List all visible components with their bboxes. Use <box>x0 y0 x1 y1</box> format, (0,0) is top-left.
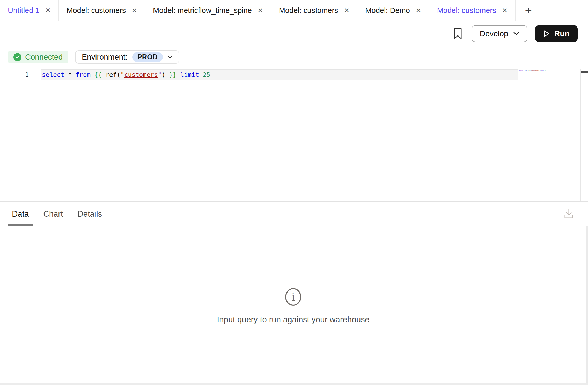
info-icon: i <box>285 288 301 306</box>
close-icon[interactable]: ✕ <box>502 7 508 14</box>
tab-data[interactable]: Data <box>12 202 29 226</box>
close-icon[interactable]: ✕ <box>416 7 421 14</box>
environment-value-badge: PROD <box>132 52 163 62</box>
plus-icon: + <box>525 3 532 17</box>
connected-check-icon <box>13 53 21 61</box>
tab-label: Model: customers <box>437 6 496 15</box>
tab-label: Model: customers <box>279 6 338 15</box>
tab-details[interactable]: Details <box>77 202 102 226</box>
editor-scrollbar-thumb[interactable] <box>581 71 588 73</box>
tab-model-customers-2[interactable]: Model: customers ✕ <box>271 0 358 21</box>
empty-state-message: Input query to run against your warehous… <box>0 315 586 324</box>
editor-scrollbar[interactable] <box>580 69 588 201</box>
chevron-down-icon <box>167 55 173 59</box>
results-scrollbar-track[interactable] <box>586 226 588 383</box>
tab-model-customers-1[interactable]: Model: customers ✕ <box>59 0 145 21</box>
run-button[interactable]: Run <box>535 25 578 42</box>
tab-chart[interactable]: Chart <box>43 202 63 226</box>
download-icon <box>564 208 574 219</box>
tab-details-label: Details <box>77 209 102 219</box>
results-empty-state: i Input query to run against your wareho… <box>0 288 586 324</box>
bookmark-icon <box>454 28 462 39</box>
develop-label: Develop <box>480 29 508 38</box>
results-tab-bar: Data Chart Details <box>0 202 588 226</box>
environment-label: Environment: <box>82 53 128 61</box>
close-icon[interactable]: ✕ <box>131 7 137 14</box>
run-label: Run <box>554 29 569 38</box>
tab-model-metricflow-time-spine[interactable]: Model: metricflow_time_spine ✕ <box>145 0 271 21</box>
editor-tab-bar: Untitled 1 ✕ Model: customers ✕ Model: m… <box>0 0 588 21</box>
environment-dropdown[interactable]: Environment: PROD <box>75 50 179 64</box>
download-results-button[interactable] <box>563 208 575 220</box>
tab-label: Model: customers <box>67 6 126 15</box>
bottom-panel-edge <box>0 383 588 385</box>
play-icon <box>543 30 550 37</box>
connected-badge: Connected <box>8 51 68 63</box>
connection-status-row: Connected Environment: PROD <box>8 50 179 64</box>
tab-model-customers-3[interactable]: Model: customers ✕ <box>429 0 516 21</box>
tab-chart-label: Chart <box>43 209 63 219</box>
new-tab-button[interactable]: + <box>516 0 541 21</box>
close-icon[interactable]: ✕ <box>258 7 263 14</box>
tab-label: Model: Demo <box>365 6 410 15</box>
develop-dropdown-button[interactable]: Develop <box>472 25 527 42</box>
close-icon[interactable]: ✕ <box>344 7 350 14</box>
close-icon[interactable]: ✕ <box>45 7 51 14</box>
chevron-down-icon <box>513 32 519 35</box>
code-editor-active-line[interactable]: select * from {{ ref("customers") }} lim… <box>41 69 518 80</box>
editor-minimap[interactable]: select * from {{ ref("customers") }} lim… <box>519 70 546 71</box>
bookmark-button[interactable] <box>452 26 464 41</box>
line-number: 1 <box>22 69 32 80</box>
connected-label: Connected <box>25 53 63 61</box>
tab-label: Model: metricflow_time_spine <box>153 6 252 15</box>
tab-model-demo[interactable]: Model: Demo ✕ <box>357 0 429 21</box>
tab-untitled-1[interactable]: Untitled 1 ✕ <box>0 0 59 21</box>
tab-data-label: Data <box>12 209 29 219</box>
toolbar: Develop Run <box>0 21 588 46</box>
tab-label: Untitled 1 <box>8 6 40 15</box>
